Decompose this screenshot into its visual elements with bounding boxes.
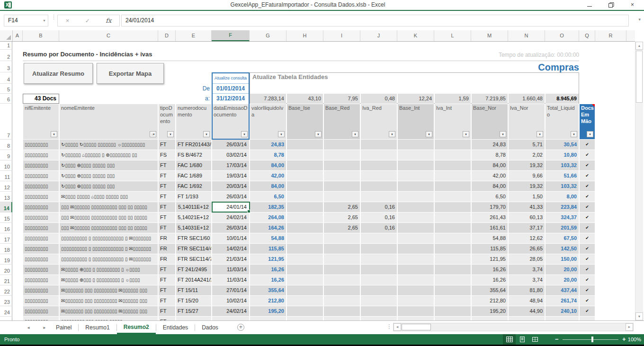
cell-D15[interactable]: FT — [159, 213, 175, 222]
row-header-21[interactable]: 21 — [0, 275, 12, 285]
cell-J16[interactable]: 0,16 — [361, 223, 397, 233]
page-break-view-button[interactable] — [528, 334, 541, 345]
table-header-L[interactable]: Iva_Int▾ — [435, 104, 471, 139]
sheet-tab-painel[interactable]: Painel — [49, 321, 78, 334]
table-header-J[interactable]: Iva_Red▾ — [361, 104, 397, 139]
cell-B24[interactable]: ▯▯▯▯▯▯▯▯▯ — [23, 306, 59, 316]
cell-B20[interactable]: ▯▯▯▯▯▯▯▯▯ — [23, 265, 59, 275]
cell-G25[interactable] — [250, 317, 286, 320]
cell-Q12[interactable]: ✔ — [580, 181, 595, 191]
cell-O13[interactable]: 8,00 — [546, 192, 579, 202]
cell-I8[interactable] — [324, 140, 360, 150]
cell-G12[interactable]: 84,00 — [250, 181, 286, 191]
cell-I22[interactable] — [324, 285, 360, 295]
cell-N19[interactable]: 28,05 — [509, 254, 545, 264]
cell-N12[interactable]: 19,32 — [509, 181, 545, 191]
cell-M18[interactable]: 115,85 — [472, 244, 508, 254]
cell-K21[interactable] — [398, 275, 434, 285]
table-header-K[interactable]: Base_Int▾ — [398, 104, 434, 139]
cell-I25[interactable] — [324, 317, 360, 320]
cell-Q25[interactable] — [580, 317, 595, 320]
cell-D25[interactable]: FT — [159, 317, 175, 320]
cell-N25[interactable] — [509, 317, 545, 320]
row-header-10[interactable]: 10 — [0, 160, 12, 171]
filter-button-H[interactable]: ▾ — [315, 131, 322, 137]
cell-N18[interactable]: 26,65 — [509, 244, 545, 254]
cell-F9[interactable]: 03/02/14 — [212, 150, 249, 160]
cell-L24[interactable] — [435, 306, 471, 316]
cell-E14[interactable]: 5,14011E+12 — [176, 202, 211, 212]
row-header-1[interactable]: 1 — [0, 42, 12, 50]
cell-F25[interactable] — [212, 317, 249, 320]
previous-sheet-button[interactable]: ◄ — [27, 321, 30, 334]
vertical-scrollbar[interactable]: ▲ ▼ — [635, 42, 643, 320]
table-header-C[interactable]: nomeEmitente↓▾ — [60, 104, 158, 139]
cell-O12[interactable]: 103,32 — [546, 181, 579, 191]
column-header-L[interactable]: L — [434, 30, 471, 41]
cell-C13[interactable]: ✉▯▯▯▯ ▯▯▯▯▯ ⌂▯▯▯▯ ▯▯▯▯▯ ▯▯▯ — [60, 192, 158, 202]
cell-G14[interactable]: 182,35 — [250, 202, 286, 212]
column-header-E[interactable]: E — [176, 30, 212, 41]
cell-E19[interactable]: FTR SEC114/78 — [176, 254, 211, 264]
sheet-tab-dados[interactable]: Dados — [195, 321, 225, 334]
row-header-15[interactable]: 15 — [0, 213, 12, 223]
cell-C24[interactable]: ✉▯▯▯▯▯▯▯ ▯▯▯ ▯▯▯▯▯▯▯▯▯ ✉▯▯▯▯▯▯ ▯▯▯ — [60, 306, 158, 316]
table-header-D[interactable]: tipoDocumento▾ — [159, 104, 175, 139]
cell-F23[interactable]: 10/02/14 — [212, 296, 249, 306]
cell-Q11[interactable]: ✔ — [580, 171, 595, 181]
cell-M14[interactable]: 179,70 — [472, 202, 508, 212]
cell-J19[interactable] — [361, 254, 397, 264]
column-header-B[interactable]: B — [23, 30, 59, 41]
cell-K10[interactable] — [398, 160, 434, 170]
cell-I13[interactable] — [324, 192, 360, 202]
cell-E11[interactable]: FAC 1/689 — [176, 171, 211, 181]
cell-K23[interactable] — [398, 296, 434, 306]
cell-F16[interactable]: 26/03/14 — [212, 223, 249, 233]
cell-H11[interactable] — [287, 171, 323, 181]
row-header-7[interactable]: 7 — [0, 104, 12, 140]
scroll-left-button[interactable]: ◄ — [394, 323, 401, 331]
query-header-button[interactable]: Atualize consulta — [212, 72, 250, 84]
cell-Q20[interactable]: ✔ — [580, 265, 595, 275]
cell-J12[interactable] — [361, 181, 397, 191]
cell-I19[interactable] — [324, 254, 360, 264]
cell-Q18[interactable]: ✔ — [580, 244, 595, 254]
cell-I12[interactable] — [324, 181, 360, 191]
cell-M15[interactable]: 261,43 — [472, 213, 508, 222]
cell-F20[interactable]: 11/03/14 — [212, 265, 249, 275]
cell-O20[interactable]: 20,00 — [546, 265, 579, 275]
cell-H24[interactable] — [287, 306, 323, 316]
cell-F10[interactable]: 17/03/14 — [212, 160, 249, 170]
total-valor[interactable]: 7.283,14 — [250, 94, 286, 104]
cell-D9[interactable]: FS — [159, 150, 175, 160]
cell-K19[interactable] — [398, 254, 434, 264]
cell-M12[interactable]: 84,00 — [472, 181, 508, 191]
cell-L17[interactable] — [435, 233, 471, 243]
cell-I9[interactable] — [324, 150, 360, 160]
cell-O22[interactable]: 437,44 — [546, 285, 579, 295]
cell-I15[interactable]: 2,65 — [324, 213, 360, 222]
cell-C20[interactable]: ✉▯▯▯▯▯ ⊕▯▯▯ ▯ ▯▯▯▯▯▯▯▯▯ ▯ ☼▯▯▯▯ — [60, 265, 158, 275]
total-iva_int[interactable]: 1,59 — [435, 94, 471, 104]
cell-J15[interactable]: 0,16 — [361, 213, 397, 222]
filter-button-O[interactable]: ▾ — [571, 131, 577, 137]
cell-B9[interactable]: ▯▯▯▯▯▯▯▯▯ — [23, 150, 59, 160]
cell-H22[interactable] — [287, 285, 323, 295]
cell-N24[interactable]: 44,90 — [509, 306, 545, 316]
cell-H13[interactable] — [287, 192, 323, 202]
cell-Q17[interactable]: ✔ — [580, 233, 595, 243]
new-sheet-button[interactable]: + — [237, 324, 244, 331]
cell-H20[interactable] — [287, 265, 323, 275]
row-header-4[interactable]: 4 — [0, 72, 12, 84]
cell-D13[interactable]: FT — [159, 192, 175, 202]
cell-L13[interactable] — [435, 192, 471, 202]
cell-K25[interactable] — [398, 317, 434, 320]
filter-button-J[interactable]: ▾ — [389, 131, 395, 137]
cell-J17[interactable] — [361, 233, 397, 243]
cell-L11[interactable] — [435, 171, 471, 181]
filter-button-Q[interactable]: ▾ — [587, 131, 593, 137]
cell-J22[interactable] — [361, 285, 397, 295]
cell-O18[interactable]: 142,50 — [546, 244, 579, 254]
row-header-8[interactable]: 8 — [0, 140, 12, 150]
cell-B11[interactable]: ▯▯▯▯▯▯▯▯▯ — [23, 171, 59, 181]
